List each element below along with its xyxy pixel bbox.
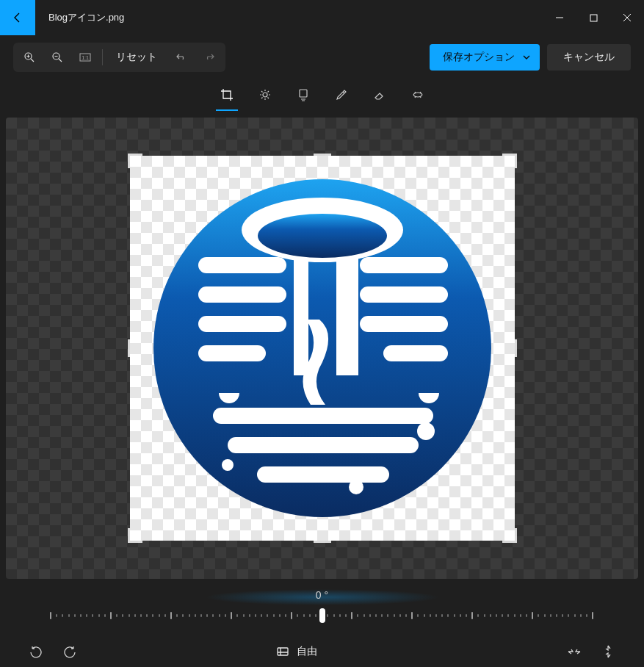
rotate-cw-button[interactable]	[60, 642, 79, 661]
svg-point-23	[256, 443, 265, 452]
reset-button[interactable]: リセット	[106, 45, 167, 70]
crop-frame[interactable]	[130, 156, 515, 541]
edit-tabs	[0, 79, 644, 112]
tab-crop[interactable]	[216, 80, 238, 111]
close-button[interactable]	[610, 0, 644, 35]
back-button[interactable]	[0, 0, 35, 35]
svg-rect-13	[360, 286, 448, 303]
aspect-ratio-button[interactable]: 自由	[276, 645, 317, 658]
crop-handle-right[interactable]	[515, 339, 517, 357]
tab-markup[interactable]	[330, 80, 352, 111]
crop-handle-left[interactable]	[128, 339, 130, 357]
save-options-button[interactable]: 保存オプション	[430, 44, 540, 71]
zoom-in-button[interactable]	[15, 45, 43, 70]
svg-rect-6	[300, 90, 307, 97]
tab-adjust[interactable]	[254, 80, 276, 111]
rotation-controls: 0 °	[0, 585, 644, 639]
svg-point-24	[349, 480, 363, 494]
svg-rect-21	[257, 466, 389, 483]
titlebar: Blogアイコン.png	[0, 0, 644, 35]
crop-handle-top-left[interactable]	[128, 154, 142, 168]
svg-rect-10	[198, 316, 286, 332]
flip-vertical-button[interactable]	[598, 642, 618, 661]
svg-rect-8	[198, 257, 286, 273]
svg-point-5	[263, 93, 267, 97]
crop-handle-top-right[interactable]	[502, 154, 517, 168]
svg-rect-9	[198, 286, 286, 303]
rotation-slider[interactable]	[50, 607, 594, 624]
cancel-button[interactable]: キャンセル	[547, 44, 631, 71]
rotation-degrees: 0 °	[9, 589, 635, 601]
toolbar: 1:1 リセット 保存オプション キャンセル	[0, 35, 644, 79]
tab-erase[interactable]	[369, 80, 391, 111]
svg-rect-12	[360, 257, 448, 273]
crop-handle-bottom[interactable]	[314, 541, 331, 543]
svg-point-28	[258, 214, 387, 258]
svg-rect-19	[213, 408, 433, 424]
crop-handle-top[interactable]	[314, 154, 331, 156]
tab-retouch[interactable]	[407, 80, 429, 111]
svg-point-25	[376, 472, 385, 481]
tab-filter[interactable]	[292, 80, 314, 111]
zoom-out-button[interactable]	[43, 45, 71, 70]
svg-text:1:1: 1:1	[82, 55, 89, 60]
svg-point-26	[417, 422, 435, 440]
image-content	[147, 173, 498, 524]
redo-button[interactable]	[195, 45, 223, 70]
window-title: Blogアイコン.png	[48, 11, 124, 24]
undo-button[interactable]	[167, 45, 195, 70]
svg-rect-20	[228, 437, 419, 453]
zoom-fit-button[interactable]: 1:1	[71, 45, 99, 70]
svg-rect-14	[360, 316, 448, 332]
minimize-button[interactable]	[543, 0, 576, 35]
rotate-ccw-button[interactable]	[26, 642, 46, 661]
svg-rect-29	[278, 648, 288, 655]
chevron-down-icon	[522, 53, 531, 62]
svg-rect-11	[198, 345, 266, 361]
save-options-label: 保存オプション	[443, 51, 515, 64]
crop-handle-bottom-right[interactable]	[502, 528, 517, 543]
crop-handle-bottom-left[interactable]	[128, 528, 142, 543]
rotation-slider-thumb[interactable]	[319, 608, 325, 623]
aspect-ratio-label: 自由	[297, 645, 317, 658]
canvas[interactable]	[6, 118, 638, 579]
maximize-button[interactable]	[576, 0, 610, 35]
svg-point-22	[222, 459, 234, 471]
aspect-ratio-icon	[276, 645, 289, 658]
svg-rect-15	[383, 345, 448, 361]
flip-horizontal-button[interactable]	[565, 642, 584, 661]
svg-rect-0	[590, 15, 597, 21]
